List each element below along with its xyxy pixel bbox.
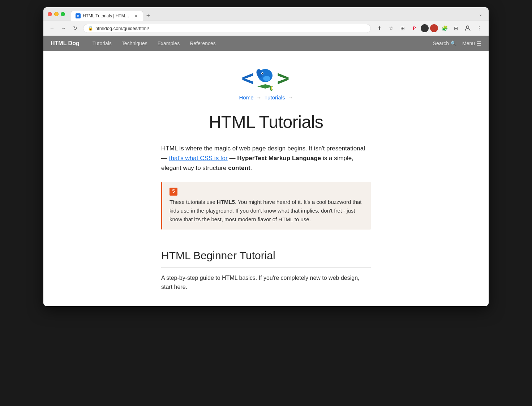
profile-icon-dark[interactable]	[421, 24, 429, 32]
maximize-button[interactable]	[61, 12, 65, 16]
tab-favicon: H	[76, 13, 81, 18]
pinterest-icon[interactable]: 𝐏	[409, 23, 419, 33]
address-text: htmldog.com/guides/html/	[95, 26, 366, 31]
close-button[interactable]	[48, 12, 52, 16]
intro-end: .	[250, 164, 252, 171]
address-bar[interactable]: 🔒 htmldog.com/guides/html/	[83, 24, 371, 33]
site-brand[interactable]: HTML Dog	[51, 40, 80, 47]
tab-title: HTML Tutorials | HTML Dog	[83, 13, 131, 18]
new-tab-button[interactable]: +	[143, 11, 153, 21]
intro-bold-hypertext: HyperText Markup Language	[237, 155, 321, 162]
traffic-lights	[48, 12, 65, 16]
tab-close-icon[interactable]: ✕	[133, 13, 138, 18]
user-icon[interactable]	[463, 23, 473, 33]
logo-area: < > Home →	[51, 65, 481, 103]
lock-icon: 🔒	[88, 26, 93, 31]
svg-text:<: <	[241, 66, 254, 90]
site-content: < > Home →	[43, 51, 489, 306]
active-tab[interactable]: H HTML Tutorials | HTML Dog ✕	[71, 11, 143, 21]
search-button[interactable]: Search 🔍	[433, 40, 456, 46]
minimize-button[interactable]	[54, 12, 59, 16]
profile-icon-red[interactable]	[430, 24, 438, 32]
browser-tabs: H HTML Tutorials | HTML Dog ✕ + ⌄	[71, 7, 484, 21]
nav-link-references[interactable]: References	[185, 36, 220, 51]
breadcrumb-arrow-1: →	[257, 95, 262, 101]
breadcrumb-tutorials[interactable]: Tutorials	[265, 94, 285, 101]
svg-point-7	[262, 73, 263, 74]
more-icon[interactable]: ⋮	[474, 23, 484, 33]
site-nav-links: Tutorials Techniques Examples References	[88, 36, 433, 51]
toolbar-icons: ⬆ ☆ ⊞ 𝐏 🧩 ⊟ ⋮	[374, 23, 484, 33]
hamburger-icon: ☰	[476, 40, 481, 47]
note-prefix: These tutorials use	[170, 199, 217, 205]
site-logo: < >	[241, 65, 291, 94]
css-link[interactable]: that's what CSS is for	[169, 155, 228, 162]
sidebar-icon[interactable]: ⊟	[451, 23, 461, 33]
site-nav-right: Search 🔍 Menu ☰	[433, 40, 481, 47]
refresh-button[interactable]: ↻	[71, 24, 80, 33]
note-box: 5 These tutorials use HTML5. You might h…	[161, 182, 371, 230]
nav-link-examples[interactable]: Examples	[153, 36, 184, 51]
intro-text-part2: —	[228, 155, 237, 162]
html5-badge: 5	[170, 188, 177, 196]
forward-button[interactable]: →	[59, 24, 68, 33]
section-description: A step-by-step guide to HTML basics. If …	[161, 273, 371, 292]
breadcrumb: Home → Tutorials →	[239, 94, 293, 101]
intro-bold-content: content	[228, 164, 250, 171]
search-icon: 🔍	[450, 40, 456, 46]
bookmark-icon[interactable]: ☆	[386, 23, 396, 33]
share-icon[interactable]: ⬆	[374, 23, 385, 33]
nav-buttons: ← → ↻	[48, 24, 80, 33]
menu-button[interactable]: Menu ☰	[462, 40, 481, 47]
tab-overflow-icon[interactable]: ⌄	[477, 10, 484, 18]
content-area: HTML is where the magic of web page desi…	[161, 144, 371, 292]
breadcrumb-arrow-2: →	[288, 95, 293, 101]
page-title: HTML Tutorials	[51, 112, 481, 132]
svg-point-4	[263, 76, 270, 81]
nav-link-tutorials[interactable]: Tutorials	[88, 36, 116, 51]
svg-text:>: >	[277, 66, 289, 90]
back-button[interactable]: ←	[48, 24, 56, 33]
section-heading[interactable]: HTML Beginner Tutorial	[161, 247, 371, 268]
search-label: Search	[433, 40, 449, 46]
nav-link-techniques[interactable]: Techniques	[117, 36, 152, 51]
menu-label: Menu	[462, 40, 475, 46]
site-nav: HTML Dog Tutorials Techniques Examples R…	[43, 36, 489, 51]
note-bold: HTML5	[217, 199, 235, 205]
note-text: These tutorials use HTML5. You might hav…	[170, 198, 364, 224]
breadcrumb-home[interactable]: Home	[239, 94, 254, 101]
browser-addressbar: ← → ↻ 🔒 htmldog.com/guides/html/ ⬆ ☆ ⊞ 𝐏…	[43, 21, 489, 36]
browser-titlebar: H HTML Tutorials | HTML Dog ✕ + ⌄	[43, 7, 489, 21]
svg-point-0	[467, 26, 469, 28]
extensions-icon[interactable]: ⊞	[398, 23, 408, 33]
intro-paragraph: HTML is where the magic of web page desi…	[161, 144, 371, 173]
puzzle-icon[interactable]: 🧩	[439, 23, 450, 33]
html5-icon: 5	[170, 188, 364, 196]
